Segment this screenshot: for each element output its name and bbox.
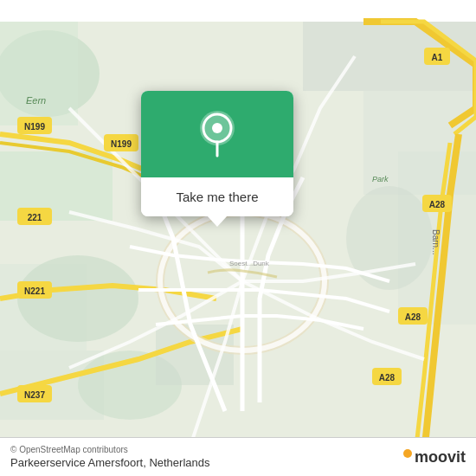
svg-text:N237: N237 [24,390,45,400]
footer-logo: moovit [403,448,466,466]
footer-title: Parkeerservice Amersfoort, Netherlands [10,456,209,469]
svg-text:Barn...: Barn... [431,229,441,254]
popup-card: Take me there [141,91,293,216]
footer-left: © OpenStreetMap contributors Parkeerserv… [10,445,209,469]
svg-text:N199: N199 [24,122,45,132]
map-pin-icon [196,108,239,160]
svg-text:Park: Park [372,175,389,183]
moovit-dot [403,449,412,458]
map-container: N199 N199 N221 N237 221 A28 A28 A28 A1 E… [0,0,476,476]
footer-bar: © OpenStreetMap contributors Parkeerserv… [0,437,476,476]
svg-text:A1: A1 [432,53,443,62]
take-me-there-button[interactable]: Take me there [141,177,293,216]
svg-text:A28: A28 [405,312,421,322]
svg-text:N199: N199 [111,139,132,149]
svg-text:N221: N221 [24,286,45,296]
svg-text:Soest...Dunk: Soest...Dunk [229,260,270,267]
moovit-logo-text: moovit [415,448,466,466]
footer-copyright: © OpenStreetMap contributors [10,445,209,454]
svg-point-39 [212,123,222,133]
svg-rect-2 [0,22,78,125]
svg-text:Eern: Eern [26,95,46,106]
svg-text:221: 221 [28,213,42,222]
svg-text:A28: A28 [379,373,396,383]
svg-text:A28: A28 [429,200,446,209]
popup-header [141,91,293,177]
map-background: N199 N199 N221 N237 221 A28 A28 A28 A1 E… [0,0,476,476]
svg-rect-3 [0,151,113,221]
